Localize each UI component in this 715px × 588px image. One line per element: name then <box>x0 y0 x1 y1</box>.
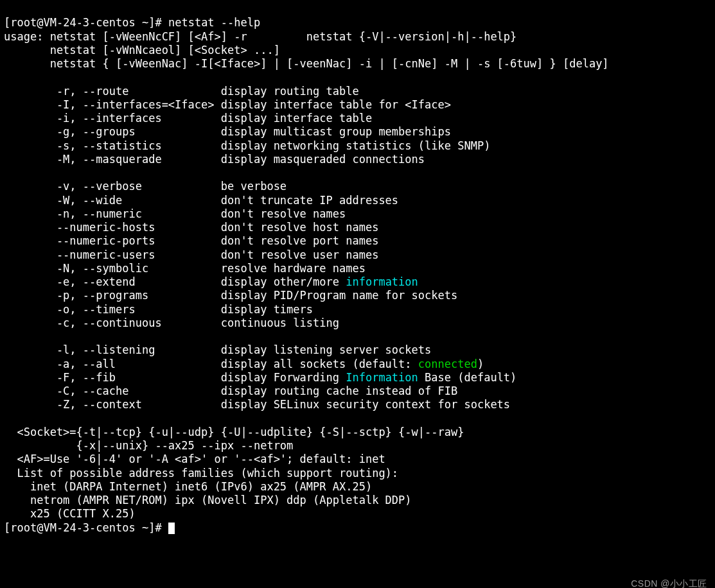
option-line: -o, --timers display timers <box>4 303 313 316</box>
option-line: -Z, --context display SELinux security c… <box>4 398 510 411</box>
prompt-user: root <box>10 521 37 534</box>
option-line: --numeric-hosts don't resolve host names <box>4 221 378 234</box>
option-line: -C, --cache display routing cache instea… <box>4 385 457 397</box>
at-sign: @ <box>37 16 43 29</box>
footer-line: <Socket>={-t|--tcp} {-u|--udp} {-U|--udp… <box>4 426 464 438</box>
bracket-close: ]# <box>148 16 168 29</box>
prompt-cwd: ~ <box>136 16 148 29</box>
footer-line: inet (DARPA Internet) inet6 (IPv6) ax25 … <box>4 480 372 493</box>
option-line: -g, --groups display multicast group mem… <box>4 125 451 138</box>
option-line: -n, --numeric don't resolve names <box>4 207 346 220</box>
option-line: -s, --statistics display networking stat… <box>4 139 490 152</box>
option-line: --numeric-ports don't resolve port names <box>4 234 378 247</box>
command-text: netstat --help <box>168 16 260 29</box>
prompt-host: VM-24-3-centos <box>43 521 135 534</box>
option-line: -W, --wide don't truncate IP addresses <box>4 194 398 207</box>
footer-line: List of possible address families (which… <box>4 467 398 480</box>
highlight-word: Information <box>346 371 418 384</box>
footer-line: {-x|--unix} --ax25 --ipx --netrom <box>4 439 293 452</box>
option-line: -a, --all display all sockets (default: … <box>4 358 484 370</box>
footer-line: netrom (AMPR NET/ROM) ipx (Novell IPX) d… <box>4 494 412 506</box>
footer-line: <AF>=Use '-6|-4' or '-A <af>' or '--<af>… <box>4 453 385 465</box>
option-line: -i, --interfaces display interface table <box>4 112 372 125</box>
option-line: -r, --route display routing table <box>4 85 359 98</box>
footer-line: x25 (CCITT X.25) <box>4 507 136 520</box>
cursor-icon <box>168 523 175 534</box>
option-line: -e, --extend display other/more informat… <box>4 275 418 288</box>
prompt-host: VM-24-3-centos <box>43 16 135 29</box>
prompt-cwd: ~ <box>136 521 148 534</box>
option-line: -F, --fib display Forwarding Information… <box>4 371 516 384</box>
terminal-output[interactable]: [root@VM-24-3-centos ~]# netstat --help … <box>0 0 715 588</box>
highlight-word: information <box>346 275 418 288</box>
prompt-line: [root@VM-24-3-centos ~]# netstat --help <box>4 16 260 29</box>
watermark-text: CSDN @小小工匠 <box>631 578 707 589</box>
option-line: -l, --listening display listening server… <box>4 343 431 356</box>
option-line: --numeric-users don't resolve user names <box>4 248 378 261</box>
option-line: -c, --continuous continuous listing <box>4 316 339 329</box>
highlight-word: connected <box>418 358 477 370</box>
option-line: -N, --symbolic resolve hardware names <box>4 262 366 275</box>
bracket-open: [ <box>4 16 10 29</box>
prompt-user: root <box>10 16 37 29</box>
bracket-open: [ <box>4 521 10 534</box>
option-line: -v, --verbose be verbose <box>4 180 287 193</box>
at-sign: @ <box>37 521 43 534</box>
option-line: -M, --masquerade display masqueraded con… <box>4 153 425 166</box>
bracket-close: ]# <box>148 521 168 534</box>
option-line: -I, --interfaces=<Iface> display interfa… <box>4 98 451 111</box>
option-line: -p, --programs display PID/Program name … <box>4 289 457 302</box>
usage-line: usage: netstat [-vWeenNcCF] [<Af>] -r ne… <box>4 30 516 43</box>
usage-line: netstat [-vWnNcaeol] [<Socket> ...] <box>4 44 280 56</box>
prompt-line[interactable]: [root@VM-24-3-centos ~]# <box>4 521 175 534</box>
usage-line: netstat { [-vWeenNac] -I[<Iface>] | [-ve… <box>4 57 609 70</box>
